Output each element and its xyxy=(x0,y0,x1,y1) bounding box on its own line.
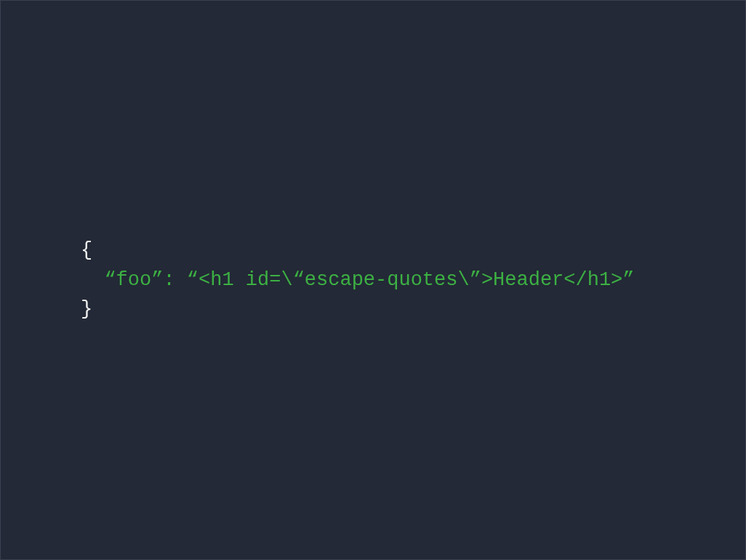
code-line-2: “foo”: “<h1 id=\“escape-quotes\”>Header<… xyxy=(81,265,635,295)
code-line-3: } xyxy=(81,295,635,324)
code-block: { “foo”: “<h1 id=\“escape-quotes\”>Heade… xyxy=(81,236,635,324)
open-brace: { xyxy=(81,239,92,261)
colon-separator: : xyxy=(163,269,186,291)
json-value: “<h1 id=\“escape-quotes\”>Header</h1>” xyxy=(187,269,635,291)
code-line-1: { xyxy=(81,236,635,265)
close-brace: } xyxy=(81,298,92,320)
json-key: “foo” xyxy=(104,269,163,291)
